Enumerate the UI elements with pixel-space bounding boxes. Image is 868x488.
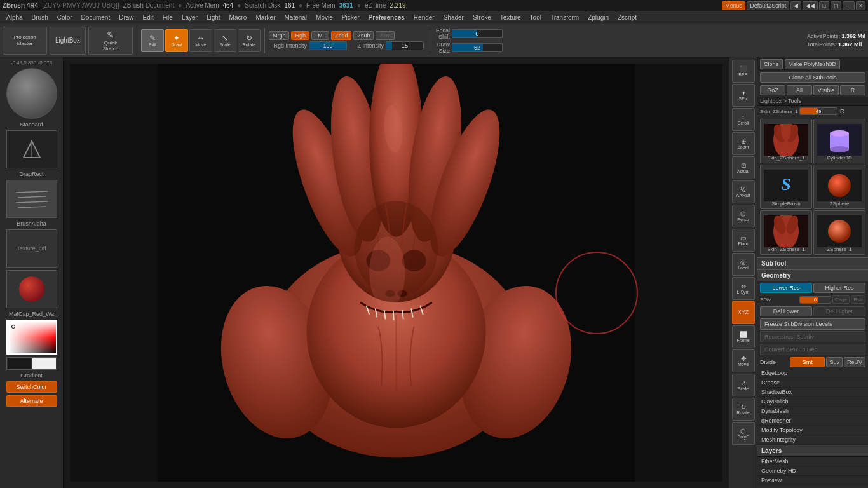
- r-button[interactable]: R: [840, 85, 865, 95]
- edgeloop-item[interactable]: EdgeLoop: [757, 369, 868, 378]
- rt-rotate-button[interactable]: ↻ Rotate: [732, 398, 755, 421]
- clone-button[interactable]: Clone: [760, 59, 783, 69]
- scale-button[interactable]: ⤡ Scale: [214, 29, 236, 52]
- make-polymesh3d-button[interactable]: Make PolyMesh3D: [785, 59, 841, 69]
- del-higher-button[interactable]: Del Higher: [813, 306, 865, 316]
- menu-macro[interactable]: Macro: [226, 13, 251, 22]
- rgb-button[interactable]: Rgb: [291, 31, 309, 40]
- tool-thumb-simplebrush[interactable]: S SimpleBrush: [760, 165, 812, 209]
- btn4[interactable]: ◻: [831, 1, 841, 10]
- scroll-button[interactable]: ↕ Scroll: [732, 108, 755, 131]
- polyf-button[interactable]: ⬡ PolyF: [732, 422, 755, 445]
- rgb-intensity-slider[interactable]: 100: [309, 41, 347, 50]
- menu-document[interactable]: Document: [78, 13, 114, 22]
- menu-edit[interactable]: Edit: [139, 13, 158, 22]
- menu-light[interactable]: Light: [203, 13, 224, 22]
- lower-res-button[interactable]: Lower Res: [760, 283, 812, 293]
- move-button[interactable]: ↔ Move: [189, 29, 212, 52]
- menu-material[interactable]: Material: [281, 13, 311, 22]
- brush-preview[interactable]: [6, 68, 57, 119]
- subtool-section[interactable]: SubTool: [757, 257, 868, 269]
- clone-all-subtools-button[interactable]: Clone All SubTools: [760, 72, 865, 83]
- color-picker[interactable]: [6, 320, 57, 355]
- btn5[interactable]: —: [843, 1, 855, 10]
- rotate-button[interactable]: ↻ Rotate: [238, 29, 261, 52]
- modify-topology-item[interactable]: Modify Topology: [757, 426, 868, 435]
- geometry-section[interactable]: Geometry: [757, 269, 868, 281]
- m-button[interactable]: M: [311, 31, 329, 40]
- alternate-button[interactable]: Alternate: [6, 395, 57, 407]
- dynamesh-item[interactable]: DynaMesh: [757, 407, 868, 416]
- edit-button[interactable]: ✎ Edit: [141, 29, 164, 52]
- menu-render[interactable]: Render: [410, 13, 438, 22]
- rt-move-button[interactable]: ✥ Move: [732, 349, 755, 372]
- sdiv-slider[interactable]: 6: [799, 296, 831, 304]
- menu-preferences[interactable]: Preferences: [365, 13, 409, 22]
- geometry-hd-item[interactable]: Geometry HD: [757, 466, 868, 476]
- menus-button[interactable]: Menus: [722, 1, 745, 10]
- rstr-button[interactable]: Rstr: [851, 295, 865, 304]
- menu-picker[interactable]: Picker: [338, 13, 363, 22]
- skin-zsphere-slider[interactable]: 49: [799, 107, 837, 115]
- actual-button[interactable]: ⊡ Actual: [732, 156, 755, 179]
- btn6[interactable]: ×: [856, 1, 865, 10]
- lsym-button[interactable]: ⇔ L.Sym: [732, 277, 755, 300]
- btn3[interactable]: □: [819, 1, 829, 10]
- draw-button[interactable]: ✦ Draw: [165, 29, 188, 52]
- texture-off-preview[interactable]: Texture_Off: [6, 229, 57, 268]
- menu-color[interactable]: Color: [53, 13, 76, 22]
- tool-thumb-cylinder3d[interactable]: Cylinder3D: [813, 119, 865, 163]
- script-button[interactable]: DefaultZScript: [747, 1, 789, 10]
- menu-zplugin[interactable]: Zplugin: [584, 13, 613, 22]
- visible-button[interactable]: Visible: [813, 85, 839, 95]
- tool-thumb-skin-zsphere[interactable]: Skin_ZSphere_1: [760, 119, 812, 163]
- tool-thumb-zsphere1[interactable]: ZSphere_1: [813, 210, 865, 255]
- quick-sketch-button[interactable]: ✎ QuickSketch: [88, 27, 133, 55]
- menu-movie[interactable]: Movie: [312, 13, 337, 22]
- bpr-button[interactable]: ⬛ BPR: [732, 60, 755, 83]
- menu-shader[interactable]: Shader: [440, 13, 468, 22]
- convert-bpr-button[interactable]: Convert BPR To Geo: [760, 344, 865, 355]
- aahalf-button[interactable]: ½ AAHalf: [732, 180, 755, 203]
- menu-draw[interactable]: Draw: [115, 13, 137, 22]
- menu-marker[interactable]: Marker: [252, 13, 279, 22]
- menu-texture[interactable]: Texture: [496, 13, 525, 22]
- tool-thumb-zsphere[interactable]: ZSphere: [813, 165, 865, 209]
- zoom-button[interactable]: ⊕ Zoom: [732, 132, 755, 155]
- qremesher-item[interactable]: qRemesher: [757, 416, 868, 426]
- menu-tool[interactable]: Tool: [526, 13, 545, 22]
- higher-res-button[interactable]: Higher Res: [813, 283, 865, 293]
- rt-scale-button[interactable]: ⤢ Scale: [732, 374, 755, 396]
- zcut-button[interactable]: Zcut: [376, 31, 395, 40]
- goz-button[interactable]: GoZ: [760, 85, 785, 95]
- btn2[interactable]: ◀◀: [803, 1, 818, 10]
- fibermesh-item[interactable]: FiberMesh: [757, 457, 868, 466]
- tool-thumb-skin-zsphere2[interactable]: Skin_ZSphere_1: [760, 210, 812, 255]
- projection-master-button[interactable]: ProjectionMaster: [3, 27, 47, 55]
- del-lower-button[interactable]: Del Lower: [760, 306, 812, 316]
- xyz-button[interactable]: XYZ: [732, 301, 755, 324]
- z-intensity-slider[interactable]: 15: [386, 41, 424, 50]
- layers-section[interactable]: Layers: [757, 445, 868, 457]
- menu-transform[interactable]: Transform: [546, 13, 583, 22]
- btn1[interactable]: ◀: [790, 1, 801, 10]
- menu-layer[interactable]: Layer: [178, 13, 201, 22]
- preview-item[interactable]: Preview: [757, 476, 868, 485]
- crease-item[interactable]: Crease: [757, 378, 868, 388]
- drag-rect-preview[interactable]: [6, 130, 57, 168]
- shadowbox-item[interactable]: ShadowBox: [757, 388, 868, 397]
- frame-button[interactable]: ⬜ Frame: [732, 325, 755, 348]
- persp-button[interactable]: ⬡ Persp: [732, 205, 755, 227]
- meshintegrity-item[interactable]: MeshIntegrity: [757, 435, 868, 445]
- menu-stroke[interactable]: Stroke: [469, 13, 495, 22]
- menu-brush[interactable]: Brush: [28, 13, 52, 22]
- menu-alpha[interactable]: Alpha: [3, 13, 27, 22]
- lightbox-button[interactable]: LightBox: [50, 27, 86, 55]
- all-button[interactable]: All: [787, 85, 812, 95]
- reuv-button[interactable]: ReUV: [844, 357, 865, 367]
- menu-file[interactable]: File: [159, 13, 177, 22]
- canvas-area[interactable]: [64, 57, 729, 488]
- gradient-strip[interactable]: [6, 357, 57, 370]
- brush-alpha-preview[interactable]: [6, 180, 57, 218]
- local-button[interactable]: ◎ Local: [732, 253, 755, 276]
